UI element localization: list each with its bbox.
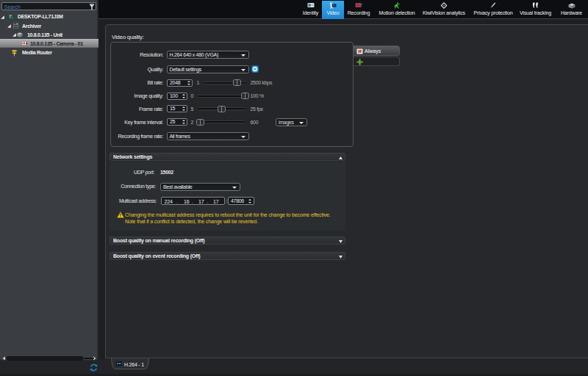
svg-text:H.264 - 1: H.264 - 1 [124,362,144,367]
